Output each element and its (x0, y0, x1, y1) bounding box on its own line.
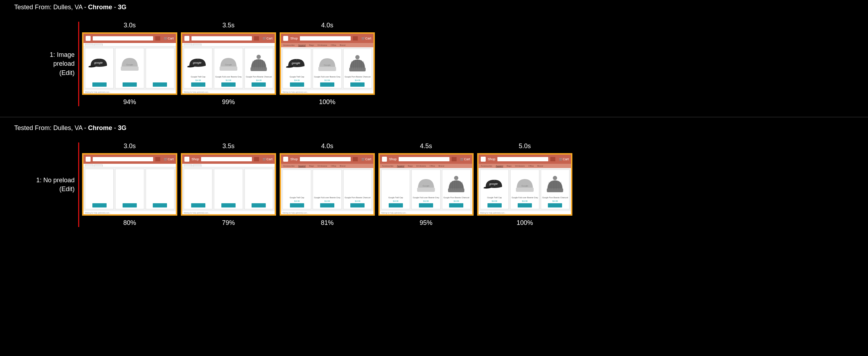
mock-status-bar: Waiting for help.optimizely.com... (182, 90, 275, 93)
mock-add-to-cart-button (290, 203, 304, 207)
mock-product-price: $14.99 (195, 79, 201, 81)
filmstrip-frame[interactable]: 4.5s Shop 🛒Cart AccessoriesApparelBagsDr… (378, 142, 474, 227)
frame-visual-complete-label: 80% (123, 219, 136, 227)
mock-nav-item: Bags (408, 165, 413, 167)
mock-nav-item: Apparel (298, 44, 306, 46)
mock-nav: AccessoriesApparelBagsDrinkwareOfficeBra… (479, 164, 571, 168)
mock-status-bar: Waiting for help.optimizely.com... (479, 211, 571, 214)
mock-product-name: Google Fold-over Beanie Gray (314, 196, 341, 199)
mock-shop-label: Shop (389, 157, 397, 161)
mock-product-image (147, 50, 173, 76)
filmstrip-frame[interactable]: 3.0s 🛒Cart (82, 22, 177, 106)
mock-add-to-cart-button (548, 203, 562, 207)
filmstrip-row: 1: Image preload (Edit) 3.0s 🛒Cart (14, 22, 854, 106)
mock-search-input (93, 157, 153, 161)
filmstrip-frame[interactable]: 3.5s Shop 🛒Cart (181, 142, 276, 227)
mock-search-input (201, 157, 252, 161)
mock-product-name: Google Pom Beanie Charcoal (246, 76, 272, 79)
mock-status-bar: Waiting for help.optimizely.com... (83, 90, 176, 93)
frame-visual-complete-label: 79% (222, 219, 235, 227)
filmstrip-frame[interactable]: 3.5s 🛒Cart Google Twill Cap $14.99 Googl… (181, 22, 276, 106)
mock-nav-item: Brand (438, 165, 444, 167)
tested-from-browser: Chrome (88, 124, 112, 131)
mock-logo-icon (184, 157, 189, 162)
mock-add-to-cart-button (191, 203, 205, 207)
mock-add-to-cart-button (449, 203, 463, 207)
mock-shop-label: Shop (488, 157, 495, 161)
mock-nav-item: Apparel (496, 165, 503, 167)
mock-product-price: $14.99 (355, 200, 360, 202)
frame-visual-complete-label: 94% (123, 98, 136, 106)
mock-add-to-cart-button (221, 82, 236, 87)
row-label-line2: preload (53, 59, 75, 68)
mock-add-to-cart-button (123, 82, 137, 87)
frame-thumbnail[interactable]: Shop 🛒Cart AccessoriesApparelBagsDrinkwa… (280, 153, 375, 216)
mock-product-name: Google Fold-over Beanie Gray (215, 76, 242, 79)
mock-nav-item: Office (331, 44, 336, 46)
frame-thumbnail[interactable]: 🛒Cart Waiting for help.optimizely.com... (82, 32, 177, 95)
mock-cart-icon: 🛒Cart (261, 157, 273, 161)
mock-cart-icon: 🛒Cart (459, 157, 470, 161)
row-edit-link[interactable]: (Edit) (59, 69, 75, 77)
mock-product-card: Google Twill Cap $14.99 (184, 48, 212, 88)
mock-nav-item: Drinkware (318, 44, 327, 46)
frame-time-label: 4.0s (321, 142, 333, 150)
mock-add-to-cart-button (350, 203, 365, 207)
mock-product-price: $12.99 (324, 79, 330, 81)
mock-product-card (146, 169, 174, 209)
frame-thumbnail[interactable]: Shop 🛒Cart AccessoriesApparelBagsDrinkwa… (477, 153, 572, 216)
frame-visual-complete-label: 100% (517, 219, 533, 227)
tested-from-label: Tested From: Dulles, VA - Chrome - 3G (14, 124, 854, 132)
frame-time-label: 4.0s (321, 22, 333, 29)
mock-add-to-cart-button (389, 203, 403, 207)
mock-cart-icon: 🛒Cart (261, 37, 273, 40)
mock-logo-icon (382, 157, 387, 162)
frame-thumbnail[interactable]: 🛒Cart Google Twill Cap $14.99 Google Fol… (181, 32, 276, 95)
mock-header: Shop 🛒Cart (479, 155, 571, 164)
mock-product-card: Google Fold-over Beanie Gray $12.99 (214, 48, 243, 88)
frame-thumbnail[interactable]: Shop 🛒Cart AccessoriesApparelBagsDrinkwa… (378, 153, 474, 216)
mock-status-bar: Waiting for help.optimizely.com... (281, 211, 373, 214)
mock-product-grid: Google Twill Cap $14.99 Google Fold-over… (479, 168, 571, 211)
mock-add-to-cart-button (518, 203, 532, 207)
mock-nav-item: Brand (537, 165, 543, 167)
filmstrip-frame[interactable]: 4.0s Shop 🛒Cart AccessoriesApparelBagsDr… (280, 22, 375, 106)
mock-cart-icon: 🛒Cart (360, 37, 371, 40)
mock-nav-item: Brand (340, 44, 345, 46)
mock-product-name: Google Fold-over Beanie Gray (413, 196, 440, 199)
mock-product-card: Google Twill Cap $14.99 (381, 169, 410, 209)
frame-time-label: 5.0s (519, 142, 531, 150)
frame-thumbnail[interactable]: 🛒Cart Waiting for help.optimizely.com... (82, 153, 177, 216)
tested-from-prefix: Tested From: Dulles, VA - (14, 124, 88, 131)
filmstrip-frames: 3.0s 🛒Cart (82, 142, 572, 227)
mock-add-to-cart-button (153, 203, 167, 207)
tested-from-label: Tested From: Dulles, VA - Chrome - 3G (14, 4, 854, 11)
mock-header: Shop 🛒Cart (281, 155, 373, 164)
mock-product-card (184, 169, 212, 209)
mock-product-name: Google Twill Cap (290, 196, 304, 199)
mock-status-bar: Waiting for help.optimizely.com... (83, 211, 176, 214)
frame-time-label: 3.0s (124, 142, 136, 150)
mock-product-name: Google Pom Beanie Charcoal (345, 196, 371, 199)
mock-product-price: $14.99 (294, 200, 300, 202)
frame-thumbnail[interactable]: Shop 🛒Cart AccessoriesApparelBagsDrinkwa… (280, 32, 375, 95)
mock-product-image (86, 50, 113, 76)
mock-product-image (511, 171, 538, 196)
mock-add-to-cart-button (290, 82, 304, 87)
filmstrip-frame[interactable]: 5.0s Shop 🛒Cart AccessoriesApparelBagsDr… (477, 142, 572, 227)
mock-tabstrip (83, 164, 176, 167)
filmstrip-section: Tested From: Dulles, VA - Chrome - 3G 1:… (0, 117, 868, 234)
filmstrip-frame[interactable]: 4.0s Shop 🛒Cart AccessoriesApparelBagsDr… (280, 142, 375, 227)
mock-nav: AccessoriesApparelBagsDrinkwareOfficeBra… (281, 43, 373, 47)
mock-nav-item: Office (430, 165, 435, 167)
mock-header: Shop 🛒Cart (281, 34, 373, 43)
frame-thumbnail[interactable]: Shop 🛒Cart Waiti (181, 153, 276, 216)
mock-add-to-cart-button (350, 82, 365, 87)
mock-product-image (314, 171, 340, 196)
filmstrip-frame[interactable]: 3.0s 🛒Cart (82, 142, 177, 227)
row-edit-link[interactable]: (Edit) (59, 185, 75, 194)
mock-product-name: Google Twill Cap (191, 76, 205, 79)
mock-product-grid: Google Twill Cap $14.99 Google Fold-over… (182, 47, 275, 90)
mock-header: Shop 🛒Cart (182, 155, 275, 164)
mock-nav: AccessoriesApparelBagsDrinkwareOfficeBra… (281, 164, 373, 168)
